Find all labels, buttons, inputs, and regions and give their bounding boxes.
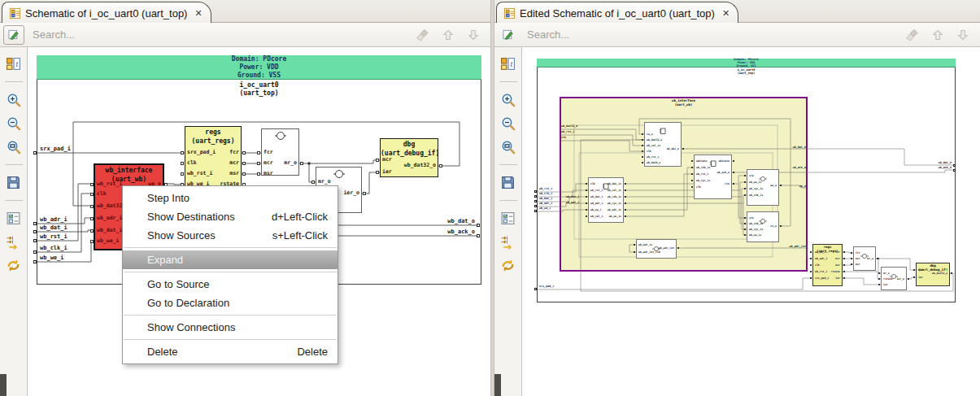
net-label: wb_dat_o (793, 146, 806, 149)
menu-item-show-destinations[interactable]: Show Destinations d+Left-Click (123, 207, 338, 226)
trace-signals-icon[interactable] (498, 232, 519, 251)
tab-close-icon[interactable]: ✕ (722, 8, 730, 19)
block-f[interactable]: wb_adr_iswb_adr_int_lsbwb_adr_int (636, 239, 677, 259)
menu-item-label: Go to Source (147, 278, 210, 290)
port-stub (439, 164, 442, 168)
clear-icon[interactable] (416, 28, 430, 42)
tab-edited-schematic[interactable]: Edited Schematic of i_oc_uart0 (uart_top… (496, 2, 738, 24)
menu-item-step-into[interactable]: Step Into (123, 189, 338, 207)
port-stub (90, 205, 94, 208)
zoom-in-icon[interactable] (498, 89, 519, 109)
pin-label: wb_rst_i (40, 234, 68, 240)
minimized-view-bar[interactable] (0, 374, 7, 396)
pin-marker (534, 195, 537, 198)
port-label: fcr (835, 251, 840, 254)
port-stub (733, 183, 734, 185)
port-label: ier (835, 277, 840, 280)
port-stub (810, 271, 812, 272)
port-stub (586, 196, 587, 198)
annotate-button[interactable] (3, 25, 24, 45)
port-stub (733, 172, 734, 173)
menu-separator (124, 247, 337, 248)
port-label: wbstate (696, 160, 707, 163)
port-label: mcr (918, 269, 923, 272)
tab-schematic[interactable]: Schematic of i_oc_uart0 (uart_top) ✕ (2, 2, 211, 24)
clear-icon[interactable] (905, 28, 920, 42)
trace-signals-icon[interactable] (3, 232, 24, 251)
menu-item-delete[interactable]: Delete Delete (123, 342, 338, 361)
menu-item-expand[interactable]: Expand (123, 250, 338, 269)
block-dbg[interactable]: dbg(uart_debug_if)mcrierwb_dat32_o (380, 138, 438, 177)
port-label: rstate (830, 271, 840, 273)
port-label: wb_rst_i (590, 189, 603, 192)
block-gs1[interactable]: fcrmcrmsrmr_o (853, 246, 876, 271)
toolbar-separator (5, 164, 23, 165)
menu-item-label: Show Connections (147, 321, 235, 333)
zoom-fit-icon[interactable] (3, 137, 24, 156)
port-label: mcr (229, 160, 239, 166)
next-icon[interactable] (956, 28, 970, 42)
port-stub (625, 196, 626, 198)
block-e[interactable]: srewb_stb_iswb_cyc_iswb_we_isre_o (747, 211, 779, 242)
port-label: ier (382, 169, 392, 175)
port-label: fcr (264, 150, 273, 155)
tab-close-icon[interactable]: ✕ (194, 8, 202, 19)
port-stub (625, 209, 626, 211)
previous-icon[interactable] (441, 28, 455, 42)
port-label: fcr (856, 252, 860, 255)
search-toolbar (0, 23, 490, 47)
port-stub (843, 251, 845, 253)
port-label: wb_cyc_is (696, 180, 710, 182)
menu-item-go-to-source[interactable]: Go to Source (123, 275, 338, 294)
minimized-view-bar[interactable] (494, 374, 501, 396)
port-stub (843, 277, 845, 279)
menu-item-show-sources[interactable]: Show Sources s+Left-Click (123, 226, 338, 245)
save-icon[interactable] (3, 172, 24, 192)
block-regs2[interactable]: regs(uart_regs)wb_we_iwb_adr_iclkwb_rst_… (812, 244, 843, 286)
pin-label: wb_ack_o (939, 167, 952, 169)
port-label: wb_rst_i (187, 171, 212, 176)
refresh-icon[interactable] (3, 255, 24, 275)
annotate-button[interactable] (498, 25, 519, 45)
instance-info-icon[interactable]: t (498, 54, 519, 73)
gate-icon (890, 268, 898, 283)
port-label: ier (918, 276, 923, 279)
zoom-in-icon[interactable] (3, 89, 24, 109)
port-stub (744, 181, 746, 183)
tab-bar: Schematic of i_oc_uart0 (uart_top) ✕ (0, 0, 490, 23)
block-c[interactable]: clkwb_rst_iwb_dat_iwb_adr_iwb_we_iwb_sel… (588, 177, 624, 223)
previous-icon[interactable] (930, 28, 945, 42)
filter-options-icon[interactable] (498, 208, 519, 228)
menu-item-show-connections[interactable]: Show Connections (123, 318, 338, 337)
block-a[interactable]: re_owb_dat32_owb_sel_isclkwb_rst_iwb_dat… (644, 122, 682, 167)
search-input[interactable] (31, 28, 416, 41)
zoom-fit-icon[interactable] (498, 137, 519, 156)
search-input[interactable] (525, 28, 905, 41)
save-icon[interactable] (498, 172, 519, 192)
port-stub (642, 150, 643, 152)
port-label: wb_rst_i (815, 271, 827, 273)
block-gate1[interactable]: fcrmcrmsrmr_o (261, 128, 299, 176)
port-label: wbstate (719, 160, 730, 163)
instance-info-icon[interactable]: t (3, 54, 24, 73)
next-icon[interactable] (466, 28, 481, 42)
filter-options-icon[interactable] (3, 208, 24, 228)
toolbar-separator (499, 164, 517, 165)
block-d[interactable]: srewb_we_iswb_cyc_iswb_stb_iswe_o (747, 169, 779, 206)
port-label: wb_sel_is (647, 145, 660, 147)
port-stub (257, 162, 260, 165)
zoom-out-icon[interactable] (498, 113, 519, 133)
port-stub (625, 183, 626, 185)
flipflop-icon (660, 124, 667, 138)
zoom-out-icon[interactable] (3, 113, 24, 133)
port-stub (843, 264, 845, 266)
block-dbg2[interactable]: dbg(uart_debug_if)mcrierwb_dat32_o (916, 263, 950, 286)
block-gs2[interactable]: mr_orstateierier_o (881, 267, 907, 290)
menu-item-go-to-declaration[interactable]: Go to Declaration (123, 294, 338, 312)
pin-label: wb_clk_i (40, 246, 68, 251)
port-label: wb_stb_is (749, 223, 763, 225)
menu-item-accel: d+Left-Click (272, 211, 328, 223)
refresh-icon[interactable] (498, 255, 519, 275)
block-b[interactable]: wbstatewb_stb_iswb_rst_iwb_cyc_isclkwbst… (694, 154, 732, 199)
port-stub (878, 284, 880, 285)
